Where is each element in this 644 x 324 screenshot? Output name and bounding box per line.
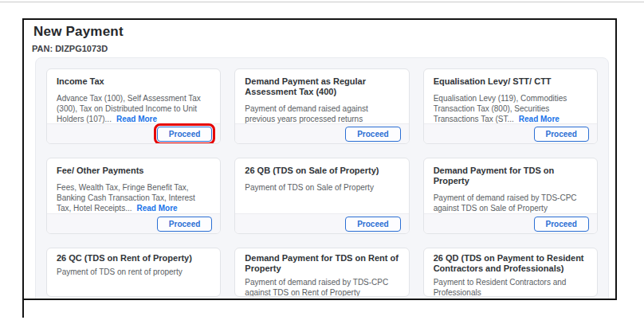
card-description: Payment of demand raised against previou… xyxy=(245,103,399,123)
proceed-button[interactable]: Proceed xyxy=(534,217,589,232)
card-description: Payment of demand raised by TDS-CPC agai… xyxy=(434,193,587,213)
proceed-button[interactable]: Proceed xyxy=(345,217,400,232)
card-footer: Proceed xyxy=(47,123,220,143)
proceed-button[interactable]: Proceed xyxy=(534,127,589,142)
card-footer: Proceed xyxy=(47,213,220,233)
card-body: Demand Payment as Regular Assessment Tax… xyxy=(235,69,408,123)
card-title: 26 QD (TDS on Payment to Resident Contra… xyxy=(434,253,587,274)
read-more-link[interactable]: Read More xyxy=(116,115,157,123)
card-title: Fee/ Other Payments xyxy=(57,166,210,176)
card-description-text: Payment of demand raised against previou… xyxy=(245,104,368,123)
card-footer: Proceed xyxy=(235,213,408,233)
new-payment-page: New Payment PAN: DIZPG1073D Income Tax A… xyxy=(22,18,617,300)
card-title: Income Tax xyxy=(57,76,210,87)
payment-card: 26 QB (TDS on Sale of Property) Payment … xyxy=(234,158,409,234)
proceed-button[interactable]: Proceed xyxy=(157,127,212,142)
payment-card: 26 QD (TDS on Payment to Resident Contra… xyxy=(423,248,598,297)
card-description: Payment of TDS on Sale of Property xyxy=(245,182,399,193)
card-title: Demand Payment for TDS on Rent of Proper… xyxy=(245,253,399,274)
payment-card: 26 QC (TDS on Rent of Property) Payment … xyxy=(46,248,221,297)
card-body: Demand Payment for TDS on Rent of Proper… xyxy=(235,248,408,296)
card-title: 26 QB (TDS on Sale of Property) xyxy=(245,166,399,176)
card-description: Payment of demand raised by TDS-CPC agai… xyxy=(245,277,399,296)
card-body: Demand Payment for TDS on Property Payme… xyxy=(424,158,597,213)
window-top-edge xyxy=(0,2,644,2)
pan-label: PAN: DIZPG1073D xyxy=(32,44,108,53)
card-body: 26 QD (TDS on Payment to Resident Contra… xyxy=(424,248,597,296)
card-body: Equalisation Levy/ STT/ CTT Equalisation… xyxy=(424,69,597,123)
payment-card: Demand Payment for TDS on Rent of Proper… xyxy=(234,248,409,297)
card-title: Demand Payment for TDS on Property xyxy=(434,166,587,186)
card-description-text: Payment of demand raised by TDS-CPC agai… xyxy=(434,193,577,213)
page-title: New Payment xyxy=(33,24,124,40)
proceed-button[interactable]: Proceed xyxy=(345,127,400,142)
proceed-button[interactable]: Proceed xyxy=(157,217,212,232)
card-description-text: Payment of TDS on rent of property xyxy=(57,267,183,276)
card-title: 26 QC (TDS on Rent of Property) xyxy=(57,253,210,263)
payments-panel: Income Tax Advance Tax (100), Self Asses… xyxy=(35,57,609,300)
card-description: Payment to Resident Contractors and Prof… xyxy=(434,277,587,296)
card-body: 26 QC (TDS on Rent of Property) Payment … xyxy=(47,248,220,296)
card-footer: Proceed xyxy=(424,123,597,143)
payment-card: Income Tax Advance Tax (100), Self Asses… xyxy=(46,68,221,144)
card-title: Demand Payment as Regular Assessment Tax… xyxy=(245,76,399,97)
frame-left-edge-overflow xyxy=(22,300,24,318)
payment-card: Demand Payment as Regular Assessment Tax… xyxy=(234,68,409,144)
card-description: Fees, Wealth Tax, Fringe Benefit Tax, Ba… xyxy=(57,182,210,213)
payment-card: Equalisation Levy/ STT/ CTT Equalisation… xyxy=(423,68,598,144)
card-footer: Proceed xyxy=(235,123,408,143)
payment-card: Demand Payment for TDS on Property Payme… xyxy=(423,158,598,234)
read-more-link[interactable]: Read More xyxy=(136,204,177,213)
read-more-link[interactable]: Read More xyxy=(519,115,560,123)
card-body: 26 QB (TDS on Sale of Property) Payment … xyxy=(235,158,408,213)
card-footer: Proceed xyxy=(424,213,597,233)
card-body: Fee/ Other Payments Fees, Wealth Tax, Fr… xyxy=(47,158,220,213)
card-description-text: Payment of TDS on Sale of Property xyxy=(245,183,374,192)
card-description: Payment of TDS on rent of property xyxy=(57,267,210,277)
card-description-text: Payment of demand raised by TDS-CPC agai… xyxy=(245,278,388,296)
card-description: Advance Tax (100), Self Assessment Tax (… xyxy=(57,93,210,123)
card-description: Equalisation Levy (119), Commodities Tra… xyxy=(434,93,587,123)
card-grid: Income Tax Advance Tax (100), Self Asses… xyxy=(46,68,598,297)
payment-card: Fee/ Other Payments Fees, Wealth Tax, Fr… xyxy=(46,158,221,234)
card-body: Income Tax Advance Tax (100), Self Asses… xyxy=(47,69,220,123)
card-title: Equalisation Levy/ STT/ CTT xyxy=(434,76,587,87)
card-description-text: Payment to Resident Contractors and Prof… xyxy=(434,278,567,296)
